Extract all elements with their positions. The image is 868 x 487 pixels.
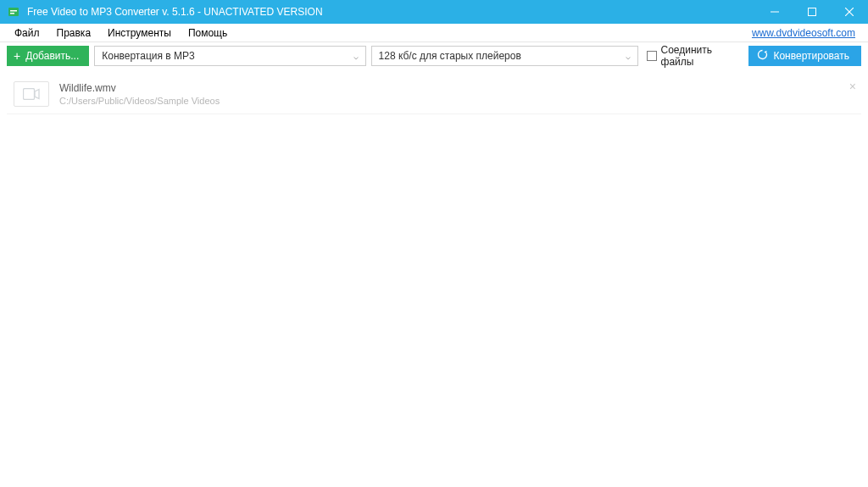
join-files-label: Соединить файлы xyxy=(661,44,741,68)
checkbox-box-icon xyxy=(647,51,656,61)
menu-help[interactable]: Помощь xyxy=(180,25,236,42)
close-button[interactable] xyxy=(831,0,868,24)
minimize-button[interactable] xyxy=(756,0,793,24)
chevron-down-icon: ⌵ xyxy=(626,52,631,61)
file-list: Wildlife.wmv C:/Users/Public/Videos/Samp… xyxy=(0,69,868,119)
svg-rect-3 xyxy=(771,12,779,13)
remove-file-button[interactable]: × xyxy=(849,80,856,93)
convert-button-label: Конвертировать xyxy=(773,50,849,62)
toolbar: + Добавить... Конвертация в MP3 ⌵ 128 кб… xyxy=(0,42,868,69)
file-path: C:/Users/Public/Videos/Sample Videos xyxy=(59,96,220,106)
svg-rect-7 xyxy=(24,89,35,100)
convert-button[interactable]: Конвертировать xyxy=(748,46,861,66)
svg-rect-2 xyxy=(10,13,14,14)
site-link[interactable]: www.dvdvideosoft.com xyxy=(752,27,862,39)
format-dropdown[interactable]: Конвертация в MP3 ⌵ xyxy=(94,46,365,66)
refresh-icon xyxy=(757,49,768,63)
add-button-label: Добавить... xyxy=(25,50,79,62)
file-meta: Wildlife.wmv C:/Users/Public/Videos/Samp… xyxy=(59,82,220,106)
titlebar: Free Video to MP3 Converter v. 5.1.6 - U… xyxy=(0,0,868,24)
join-files-checkbox[interactable]: Соединить файлы xyxy=(643,44,743,68)
bitrate-selected: 128 кб/с для старых плейеров xyxy=(379,50,521,62)
svg-rect-4 xyxy=(809,8,816,16)
add-button[interactable]: + Добавить... xyxy=(7,46,89,66)
file-row[interactable]: Wildlife.wmv C:/Users/Public/Videos/Samp… xyxy=(7,75,861,114)
maximize-button[interactable] xyxy=(793,0,831,24)
plus-icon: + xyxy=(14,50,20,62)
bitrate-dropdown[interactable]: 128 кб/с для старых плейеров ⌵ xyxy=(371,46,639,66)
video-file-icon xyxy=(14,81,49,107)
menubar: Файл Правка Инструменты Помощь www.dvdvi… xyxy=(0,24,868,42)
menu-tools[interactable]: Инструменты xyxy=(99,25,180,42)
chevron-down-icon: ⌵ xyxy=(353,52,359,61)
window-controls xyxy=(756,0,868,24)
file-name: Wildlife.wmv xyxy=(59,82,220,94)
app-icon xyxy=(7,5,20,19)
format-selected: Конвертация в MP3 xyxy=(102,50,194,62)
svg-rect-1 xyxy=(10,10,17,12)
menu-file[interactable]: Файл xyxy=(6,25,48,42)
svg-rect-0 xyxy=(8,8,19,16)
window-title: Free Video to MP3 Converter v. 5.1.6 - U… xyxy=(27,6,323,18)
menu-edit[interactable]: Правка xyxy=(48,25,100,42)
